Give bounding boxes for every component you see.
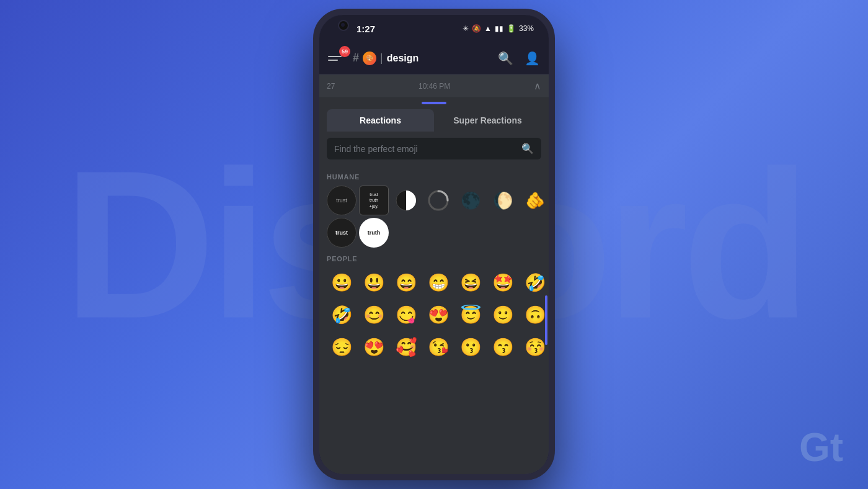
phone-frame: 1:27 ✳ 🔕 ▲ ▮▮ 🔋 33% 59 # 🎨 | design 🔍 👤 bbox=[313, 9, 555, 480]
gt-logo: Gt bbox=[799, 424, 843, 470]
emoji-panel[interactable]: HUMANE trust trusttruth+joy. 🌑 bbox=[319, 166, 549, 474]
sticker-dark-moon[interactable]: 🌑 bbox=[456, 186, 485, 215]
tab-reactions[interactable]: Reactions bbox=[327, 109, 434, 132]
sticker-half-circle[interactable] bbox=[391, 186, 421, 215]
sticker-crescent-moon[interactable]: 🌔 bbox=[488, 186, 518, 215]
battery-percent: 33% bbox=[519, 24, 534, 33]
notification-badge: 59 bbox=[339, 46, 350, 57]
sticker-trust-circle[interactable]: trust bbox=[327, 218, 356, 248]
status-time: 1:27 bbox=[356, 24, 375, 34]
emoji-laughing[interactable]: 😆 bbox=[456, 267, 485, 297]
search-icon[interactable]: 🔍 bbox=[498, 51, 513, 66]
chevron-icon[interactable]: ∧ bbox=[534, 80, 541, 92]
people-grid: 😀 😃 😄 😁 😆 🤩 🤣 😂 🤣 😊 😋 😍 😇 🙂 🙃 😌 😔 😍 🥰 😘 … bbox=[327, 267, 541, 362]
hash-icon: # bbox=[353, 52, 359, 65]
server-icon: 🎨 bbox=[363, 52, 376, 65]
emoji-grinning[interactable]: 😀 bbox=[327, 267, 356, 297]
channel-name-group: # 🎨 | design bbox=[353, 52, 493, 65]
section-label-humane: HUMANE bbox=[327, 166, 541, 186]
emoji-blush[interactable]: 😊 bbox=[359, 300, 389, 330]
bluetooth-icon: ✳ bbox=[463, 24, 469, 33]
status-bar: 1:27 ✳ 🔕 ▲ ▮▮ 🔋 33% bbox=[319, 15, 549, 42]
status-icons: ✳ 🔕 ▲ ▮▮ 🔋 33% bbox=[463, 24, 534, 33]
sticker-loading[interactable] bbox=[423, 186, 453, 215]
channel-header: 59 # 🎨 | design 🔍 👤 bbox=[319, 42, 549, 74]
divider: | bbox=[380, 52, 383, 65]
menu-button[interactable]: 59 bbox=[328, 48, 348, 68]
emoji-starstruck[interactable]: 🤩 bbox=[488, 267, 518, 297]
header-right-icons: 🔍 👤 bbox=[498, 51, 540, 66]
members-icon[interactable]: 👤 bbox=[525, 51, 540, 66]
emoji-kissing-smiling[interactable]: 😙 bbox=[488, 332, 518, 362]
section-label-people: PEOPLE bbox=[327, 248, 541, 267]
emoji-innocent[interactable]: 😇 bbox=[456, 300, 485, 330]
battery-icon: 🔋 bbox=[507, 24, 516, 33]
emoji-kissing-heart[interactable]: 😘 bbox=[423, 332, 453, 362]
search-emoji-icon: 🔍 bbox=[521, 143, 534, 155]
emoji-rolling-floor[interactable]: 🤣 bbox=[327, 300, 356, 330]
signal-bars: ▮▮ bbox=[495, 24, 503, 33]
menu-line-1 bbox=[328, 56, 342, 57]
emoji-yum[interactable]: 😋 bbox=[391, 300, 421, 330]
mute-icon: 🔕 bbox=[472, 24, 481, 33]
camera bbox=[338, 20, 349, 31]
tabs-container: Reactions Super Reactions bbox=[319, 104, 549, 132]
menu-line-2 bbox=[328, 60, 338, 61]
search-placeholder: Find the perfect emoji bbox=[334, 144, 516, 154]
emoji-smiley[interactable]: 😃 bbox=[359, 267, 389, 297]
emoji-heart-eyes-2[interactable]: 😍 bbox=[359, 332, 389, 362]
message-stub: 27 10:46 PM ∧ bbox=[319, 74, 549, 98]
search-input-wrap[interactable]: Find the perfect emoji 🔍 bbox=[327, 138, 541, 159]
scroll-indicator bbox=[545, 295, 547, 345]
sticker-trust-text[interactable]: trust bbox=[327, 186, 356, 215]
emoji-grin[interactable]: 😁 bbox=[423, 267, 453, 297]
sticker-truth-circle[interactable]: truth bbox=[359, 218, 389, 248]
emoji-kissing[interactable]: 😗 bbox=[456, 332, 485, 362]
channel-name: design bbox=[387, 53, 419, 64]
emoji-rofl[interactable]: 🤣 bbox=[520, 267, 549, 297]
humane-grid: trust trusttruth+joy. 🌑 🌔 bbox=[327, 186, 541, 248]
signal-icon: ▲ bbox=[484, 24, 492, 33]
sticker-pointing-hand[interactable]: 🫵 bbox=[520, 186, 549, 215]
sticker-trust-truth-joy[interactable]: trusttruth+joy. bbox=[359, 186, 389, 215]
emoji-heart-eyes[interactable]: 😍 bbox=[423, 300, 453, 330]
emoji-pensive[interactable]: 😔 bbox=[327, 332, 356, 362]
indicator-bar bbox=[319, 98, 549, 104]
emoji-smiling-hearts[interactable]: 🥰 bbox=[391, 332, 421, 362]
message-stub-left: 27 bbox=[327, 82, 335, 91]
message-stub-right: 10:46 PM bbox=[418, 82, 450, 91]
emoji-smile[interactable]: 😄 bbox=[391, 267, 421, 297]
emoji-slightly-smiling[interactable]: 🙂 bbox=[488, 300, 518, 330]
tab-super-reactions[interactable]: Super Reactions bbox=[434, 109, 541, 132]
search-container: Find the perfect emoji 🔍 bbox=[319, 132, 549, 166]
